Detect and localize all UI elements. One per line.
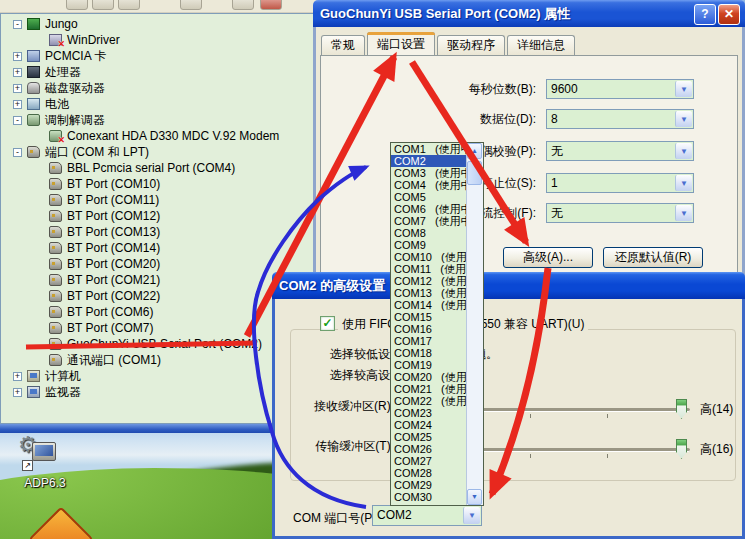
- tab-port-settings[interactable]: 端口设置: [367, 32, 435, 55]
- com-list-item[interactable]: COM16: [391, 323, 467, 335]
- tree-item[interactable]: +处理器: [1, 64, 316, 80]
- toolbar-button[interactable]: [232, 0, 254, 10]
- chevron-down-icon[interactable]: ▼: [675, 111, 692, 127]
- tree-item[interactable]: +计算机: [1, 368, 316, 384]
- flow-control-combo[interactable]: 无▼: [546, 203, 694, 223]
- expand-icon[interactable]: +: [13, 68, 22, 77]
- tree-item[interactable]: Conexant HDA D330 MDC V.92 Modem: [1, 128, 316, 144]
- expand-icon[interactable]: +: [13, 84, 22, 93]
- fifo-checkbox[interactable]: ✓: [320, 316, 335, 331]
- com-list-item[interactable]: COM5: [391, 191, 467, 203]
- com-list-item[interactable]: COM14 (使用中): [391, 299, 467, 311]
- com-list-item[interactable]: COM6 (使用中): [391, 203, 467, 215]
- com-list-item[interactable]: COM29: [391, 479, 467, 491]
- tab-general[interactable]: 常规: [321, 35, 365, 55]
- com-list-item[interactable]: COM10 (使用中): [391, 251, 467, 263]
- com-list-item[interactable]: COM9: [391, 239, 467, 251]
- chevron-down-icon[interactable]: ▼: [675, 81, 692, 97]
- com-list-item[interactable]: COM1 (使用中): [391, 143, 467, 155]
- tree-item[interactable]: GuoChunYi USB Serial Port (COM2): [1, 336, 316, 352]
- chevron-down-icon[interactable]: ▼: [463, 507, 480, 524]
- com-list-item[interactable]: COM18: [391, 347, 467, 359]
- com-list-item[interactable]: COM4 (使用中): [391, 179, 467, 191]
- com-list-item[interactable]: COM12 (使用中): [391, 275, 467, 287]
- list-scrollbar[interactable]: ▲ ▼: [466, 143, 483, 505]
- tree-item[interactable]: +PCMCIA 卡: [1, 48, 316, 64]
- scroll-up-icon[interactable]: ▲: [467, 143, 482, 159]
- scrollbar-thumb[interactable]: [467, 161, 482, 185]
- com-list-item[interactable]: COM26: [391, 443, 467, 455]
- scroll-down-icon[interactable]: ▼: [467, 489, 482, 505]
- tree-item[interactable]: -端口 (COM 和 LPT): [1, 144, 316, 160]
- tree-item[interactable]: -调制解调器: [1, 112, 316, 128]
- advanced-button[interactable]: 高级(A)...: [503, 247, 593, 268]
- tree-item[interactable]: +电池: [1, 96, 316, 112]
- tab-driver[interactable]: 驱动程序: [437, 35, 505, 55]
- modem-icon: [27, 114, 40, 126]
- transmit-buffer-slider-track[interactable]: [460, 448, 690, 452]
- stop-bits-combo[interactable]: 1▼: [546, 173, 694, 193]
- toolbar-button[interactable]: [118, 0, 140, 10]
- expand-icon[interactable]: +: [13, 388, 22, 397]
- com-list-item[interactable]: COM24: [391, 419, 467, 431]
- tab-details[interactable]: 详细信息: [507, 35, 575, 55]
- tree-item[interactable]: BT Port (COM6): [1, 304, 316, 320]
- restore-defaults-button[interactable]: 还原默认值(R): [603, 247, 703, 268]
- com-list-item[interactable]: COM19: [391, 359, 467, 371]
- bits-per-second-combo[interactable]: 9600▼: [546, 79, 694, 99]
- toolbar-button[interactable]: [66, 0, 88, 10]
- com-list-item[interactable]: COM15: [391, 311, 467, 323]
- com-list-item[interactable]: COM25: [391, 431, 467, 443]
- toolbar-button[interactable]: [92, 0, 114, 10]
- tree-item[interactable]: +监视器: [1, 384, 316, 400]
- tree-item[interactable]: BT Port (COM12): [1, 208, 316, 224]
- help-button[interactable]: ?: [694, 4, 716, 25]
- collapse-icon[interactable]: -: [13, 148, 22, 157]
- chevron-down-icon[interactable]: ▼: [675, 175, 692, 191]
- com-list-item[interactable]: COM21 (使用中): [391, 383, 467, 395]
- expand-icon[interactable]: +: [13, 372, 22, 381]
- com-list-item[interactable]: COM23: [391, 407, 467, 419]
- com-port-number-combo[interactable]: COM2▼: [372, 505, 482, 526]
- port-icon: [49, 338, 62, 350]
- tree-item[interactable]: WinDriver: [1, 32, 316, 48]
- com-list-item[interactable]: COM20 (使用中): [391, 371, 467, 383]
- expand-icon[interactable]: +: [13, 100, 22, 109]
- parity-combo[interactable]: 无▼: [546, 141, 694, 161]
- tree-item[interactable]: BT Port (COM22): [1, 288, 316, 304]
- com-list-item[interactable]: COM7 (使用中): [391, 215, 467, 227]
- toolbar-button[interactable]: [180, 0, 202, 10]
- expand-icon[interactable]: +: [13, 52, 22, 61]
- toolbar-button[interactable]: [260, 0, 282, 10]
- tree-item-label: BT Port (COM21): [67, 273, 160, 287]
- data-bits-combo[interactable]: 8▼: [546, 109, 694, 129]
- tree-item[interactable]: 通讯端口 (COM1): [1, 352, 316, 368]
- tree-item[interactable]: BBL Pcmcia serial Port (COM4): [1, 160, 316, 176]
- close-button[interactable]: ✕: [718, 4, 740, 25]
- tree-item[interactable]: BT Port (COM14): [1, 240, 316, 256]
- com-list-item[interactable]: COM13 (使用中): [391, 287, 467, 299]
- com-list-item[interactable]: COM22 (使用中): [391, 395, 467, 407]
- tree-item[interactable]: BT Port (COM7): [1, 320, 316, 336]
- chevron-down-icon[interactable]: ▼: [675, 205, 692, 221]
- collapse-icon[interactable]: -: [13, 116, 22, 125]
- tree-item[interactable]: BT Port (COM13): [1, 224, 316, 240]
- com-list-item[interactable]: COM11 (使用中): [391, 263, 467, 275]
- com-list-item[interactable]: COM3 (使用中): [391, 167, 467, 179]
- tree-item-label: BT Port (COM6): [67, 305, 153, 319]
- com-list-item[interactable]: COM30: [391, 491, 467, 503]
- tree-item[interactable]: -Jungo: [1, 16, 316, 32]
- com-list-item[interactable]: COM27: [391, 455, 467, 467]
- receive-buffer-slider-track[interactable]: [460, 408, 690, 412]
- com-list-item[interactable]: COM17: [391, 335, 467, 347]
- tree-item[interactable]: BT Port (COM21): [1, 272, 316, 288]
- com-list-item[interactable]: COM8: [391, 227, 467, 239]
- com-list-item[interactable]: COM2: [391, 155, 467, 167]
- chevron-down-icon[interactable]: ▼: [675, 143, 692, 159]
- tree-item[interactable]: BT Port (COM20): [1, 256, 316, 272]
- tree-item[interactable]: BT Port (COM10): [1, 176, 316, 192]
- tree-item[interactable]: BT Port (COM11): [1, 192, 316, 208]
- com-list-item[interactable]: COM28: [391, 467, 467, 479]
- tree-item[interactable]: +磁盘驱动器: [1, 80, 316, 96]
- collapse-icon[interactable]: -: [13, 20, 22, 29]
